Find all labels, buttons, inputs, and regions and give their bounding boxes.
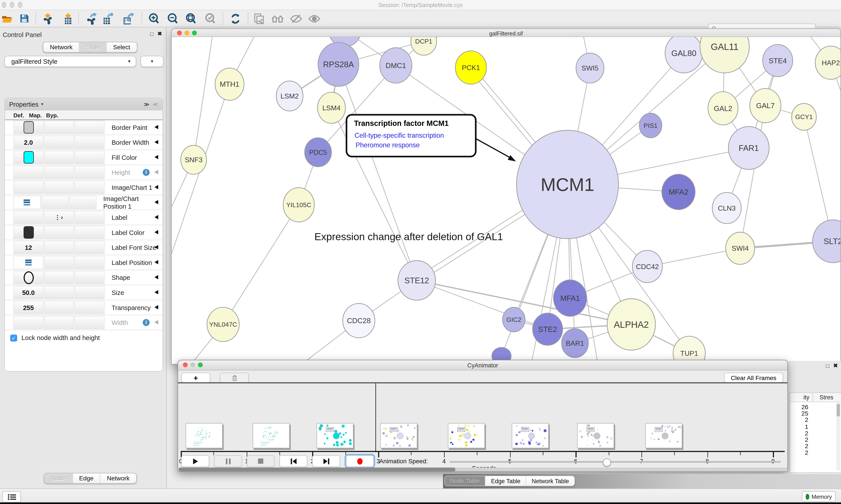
open-session-icon[interactable] xyxy=(0,12,15,25)
default-value-cell[interactable] xyxy=(13,226,43,239)
tab-edge[interactable]: Edge xyxy=(73,473,101,483)
mapping-cell[interactable] xyxy=(44,166,74,179)
expand-property-icon[interactable] xyxy=(155,230,158,234)
property-row-label[interactable]: ⋮›Label xyxy=(5,210,162,225)
default-value-cell[interactable] xyxy=(13,256,43,269)
mapping-cell[interactable] xyxy=(44,256,74,269)
mapping-cell[interactable] xyxy=(44,271,74,284)
import-table-icon[interactable] xyxy=(61,12,75,25)
frame-thumbnail-7[interactable] xyxy=(645,423,682,448)
frame-thumbnail-1[interactable] xyxy=(252,423,289,448)
bypass-cell[interactable] xyxy=(74,226,105,239)
share-document-icon[interactable] xyxy=(252,12,266,25)
property-row-label-font-size[interactable]: 12Label Font Size xyxy=(5,240,162,255)
property-row-size[interactable]: 50.0Size xyxy=(5,285,162,300)
pause-button[interactable] xyxy=(214,455,242,467)
mapping-cell[interactable] xyxy=(44,181,74,194)
default-value-cell[interactable] xyxy=(13,166,43,179)
property-row-image-chart-position-1[interactable]: Image/Chart Position 1 xyxy=(5,195,162,210)
bypass-cell[interactable] xyxy=(74,121,105,134)
skip-end-button[interactable] xyxy=(312,455,340,467)
network-edge[interactable] xyxy=(338,65,417,281)
bypass-cell[interactable] xyxy=(74,181,105,194)
zoom-out-icon[interactable] xyxy=(166,12,180,25)
export-table-icon[interactable] xyxy=(101,12,115,25)
column-header[interactable]: ity xyxy=(790,394,809,400)
expand-property-icon[interactable] xyxy=(155,305,158,309)
expand-property-icon[interactable] xyxy=(155,185,158,190)
property-row-height[interactable]: Heighti xyxy=(5,165,162,180)
property-row-image-chart-1[interactable]: Image/Chart 1 xyxy=(5,180,162,195)
property-row-width[interactable]: Widthi xyxy=(5,315,162,330)
delete-frame-button[interactable] xyxy=(220,373,249,383)
bypass-cell[interactable] xyxy=(74,286,105,299)
play-button[interactable] xyxy=(181,455,209,467)
bypass-cell[interactable] xyxy=(74,166,105,179)
property-row-border-width[interactable]: 2.0Border Width xyxy=(5,135,162,150)
collapse-all-icon[interactable]: ≪ xyxy=(153,101,158,107)
refresh-icon[interactable] xyxy=(229,12,243,25)
tab-node-table[interactable]: Node Table xyxy=(445,476,486,486)
skip-start-button[interactable] xyxy=(280,455,307,467)
property-row-label-color[interactable]: Label Color xyxy=(5,225,162,240)
first-neighbors-icon[interactable] xyxy=(271,12,285,25)
float-panel-icon[interactable]: □ xyxy=(150,31,154,37)
expand-property-icon[interactable] xyxy=(155,140,158,144)
expand-property-icon[interactable] xyxy=(155,170,158,174)
mapping-cell[interactable] xyxy=(44,151,74,164)
task-history-button[interactable] xyxy=(2,491,21,502)
expand-property-icon[interactable] xyxy=(155,125,158,129)
close-panel-icon[interactable]: ✖ xyxy=(833,363,838,368)
bypass-cell[interactable] xyxy=(74,301,105,314)
lock-size-checkbox[interactable]: ✓ xyxy=(10,334,17,341)
expand-property-icon[interactable] xyxy=(155,290,158,294)
style-selector[interactable]: galFiltered Style▼ xyxy=(4,56,136,67)
bypass-cell[interactable] xyxy=(74,256,105,269)
zoom-in-icon[interactable] xyxy=(147,12,161,25)
tab-select[interactable]: Select xyxy=(107,42,137,52)
default-value-cell[interactable] xyxy=(13,121,43,134)
speed-slider[interactable] xyxy=(449,461,781,463)
property-row-border-paint[interactable]: Border Paint xyxy=(5,120,162,135)
zoom-fit-icon[interactable] xyxy=(184,12,198,25)
bypass-cell[interactable] xyxy=(74,241,105,254)
clear-all-frames-button[interactable]: Clear All Frames xyxy=(724,373,783,383)
expand-property-icon[interactable] xyxy=(155,245,158,249)
stop-button[interactable] xyxy=(247,455,275,467)
bypass-cell[interactable] xyxy=(74,151,105,164)
tab-edge-table[interactable]: Edge Table xyxy=(486,476,526,486)
expand-property-icon[interactable] xyxy=(155,200,158,204)
close-panel-icon[interactable]: ✖ xyxy=(158,31,162,37)
property-row-shape[interactable]: Shape xyxy=(5,270,162,285)
default-value-cell[interactable]: 2.0 xyxy=(13,136,43,149)
expand-property-icon[interactable] xyxy=(155,215,158,219)
mapping-cell[interactable] xyxy=(44,316,74,329)
zoom-selected-icon[interactable] xyxy=(203,12,217,25)
mapping-cell[interactable] xyxy=(44,136,74,149)
speed-slider-handle[interactable] xyxy=(603,458,611,467)
expand-all-icon[interactable]: ≫ xyxy=(144,101,149,107)
frame-thumbnail-3[interactable] xyxy=(380,423,417,448)
bypass-cell[interactable] xyxy=(69,196,96,209)
properties-header[interactable]: Properties▾ ≫ ≪ xyxy=(5,98,162,110)
property-row-transparency[interactable]: 255Transparency xyxy=(5,300,162,315)
import-network-icon[interactable] xyxy=(41,12,55,25)
cyanimator-titlebar[interactable]: CyAnimator xyxy=(178,360,787,371)
default-value-cell[interactable] xyxy=(13,211,43,224)
bypass-cell[interactable] xyxy=(74,136,105,149)
mapping-cell[interactable] xyxy=(44,241,74,254)
default-value-cell[interactable] xyxy=(13,181,43,194)
timeline-hscrollbar[interactable] xyxy=(179,468,788,471)
export-image-icon[interactable] xyxy=(121,12,135,25)
tab-network[interactable]: Network xyxy=(43,42,79,52)
float-panel-icon[interactable]: □ xyxy=(826,363,829,369)
default-value-cell[interactable]: 50.0 xyxy=(13,286,43,299)
expand-property-icon[interactable] xyxy=(155,320,158,324)
bypass-cell[interactable] xyxy=(74,316,105,329)
table-scrollbar[interactable] xyxy=(836,403,841,470)
network-canvas[interactable]: DCP1RPS28ADMC1PCK1SWI5GAL80GAL11STE4HAP2… xyxy=(172,37,841,364)
default-value-cell[interactable] xyxy=(13,271,43,284)
mapping-cell[interactable]: ⋮› xyxy=(44,211,74,224)
mapping-cell[interactable] xyxy=(44,226,74,239)
show-all-icon[interactable] xyxy=(307,12,321,25)
